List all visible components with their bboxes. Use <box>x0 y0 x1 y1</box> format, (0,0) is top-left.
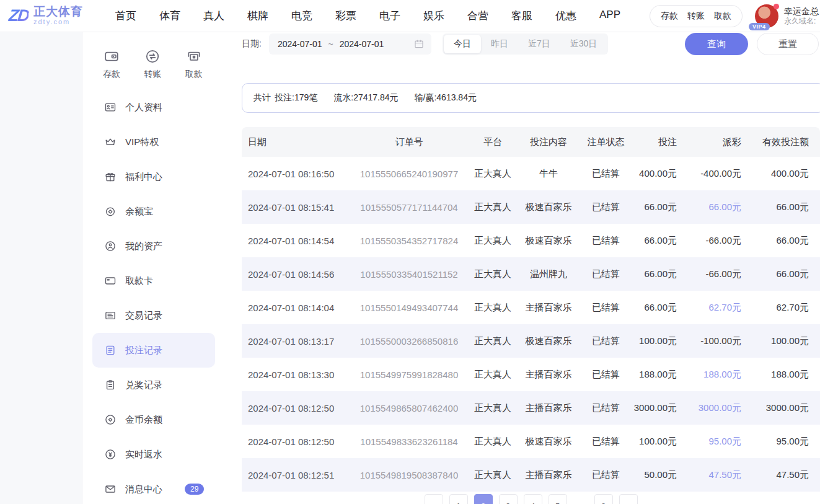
cell-valid: 400.00元 <box>741 168 809 180</box>
cell-content: 极速百家乐 <box>518 436 580 448</box>
sidebar-quick-actions: 存款转账取款 <box>82 32 223 80</box>
sidebar-item-2[interactable]: 福利中心 <box>82 159 223 194</box>
page-button-›[interactable]: › <box>619 494 638 504</box>
nav-item-0[interactable]: 首页 <box>115 9 136 23</box>
cell-status: 已结算 <box>580 168 632 180</box>
cell-order: 1015550577171144704 <box>350 202 468 213</box>
page-button-2[interactable]: 2 <box>474 494 493 504</box>
nav-item-11[interactable]: APP <box>599 9 620 23</box>
pagination-ellipsis: … <box>573 494 588 504</box>
sidebar-item-8[interactable]: 兑奖记录 <box>82 368 223 402</box>
cell-platform: 正大真人 <box>468 302 518 314</box>
date-from: 2024-07-01 <box>278 39 322 49</box>
nav-item-9[interactable]: 客服 <box>511 9 532 23</box>
header-wallet-action-2[interactable]: 取款 <box>714 11 731 22</box>
nav-item-2[interactable]: 真人 <box>203 9 224 23</box>
logo-domain: zdty.com <box>33 18 83 26</box>
cell-bet: 3000.00元 <box>632 402 677 414</box>
cell-bet: 100.00元 <box>632 436 677 448</box>
date-tilde: ~ <box>328 39 333 49</box>
avatar[interactable]: VIP4 <box>755 4 778 28</box>
sidebar-item-10[interactable]: 实时返水 <box>82 437 223 472</box>
cell-status: 已结算 <box>580 469 632 481</box>
table-row: 2024-07-01 08:14:561015550335401521152正大… <box>242 257 820 291</box>
query-button[interactable]: 查询 <box>685 33 748 55</box>
sidebar-item-11[interactable]: 消息中心29 <box>82 472 223 504</box>
bets-icon <box>104 344 117 356</box>
header-wallet-action-1[interactable]: 转账 <box>687 11 705 22</box>
cell-order: 1015550665240190977 <box>350 169 468 179</box>
wallet-actions: 存款转账取款 <box>650 5 743 27</box>
cell-payout: 95.00元 <box>677 436 741 448</box>
quick-action-label: 转账 <box>144 69 161 80</box>
cell-order: 1015549865807462400 <box>350 403 468 413</box>
page-button-8[interactable]: 8 <box>594 494 613 504</box>
nav-item-5[interactable]: 彩票 <box>335 9 356 23</box>
nav-item-3[interactable]: 棋牌 <box>247 9 268 23</box>
sidebar: 存款转账取款 个人资料VIP特权福利中心余额宝我的资产取款卡交易记录投注记录兑奖… <box>82 32 223 504</box>
main-nav: 首页体育真人棋牌电竞彩票电子娱乐合营客服优惠APP <box>115 9 620 23</box>
sidebar-item-label: 我的资产 <box>125 241 162 252</box>
page-button-4[interactable]: 4 <box>524 494 542 504</box>
header-wallet-action-0[interactable]: 存款 <box>661 11 678 22</box>
page-button-3[interactable]: 3 <box>499 494 518 504</box>
quick-action-2[interactable]: 取款 <box>185 48 203 80</box>
cell-bet: 66.00元 <box>632 235 677 247</box>
cell-bet: 66.00元 <box>632 302 677 314</box>
reset-button[interactable]: 重置 <box>757 33 819 55</box>
sidebar-item-label: 金币余额 <box>125 414 162 426</box>
range-option-2[interactable]: 近7日 <box>518 35 560 53</box>
cell-content: 极速百家乐 <box>518 201 580 213</box>
sidebar-item-7[interactable]: 投注记录 <box>92 333 215 368</box>
idcard-icon <box>104 101 117 113</box>
nav-item-6[interactable]: 电子 <box>379 9 400 23</box>
quick-action-1[interactable]: 转账 <box>144 48 161 80</box>
column-header-0: 日期 <box>248 136 350 148</box>
calendar-icon <box>413 38 425 50</box>
range-option-1[interactable]: 昨日 <box>481 35 518 53</box>
sidebar-item-4[interactable]: 我的资产 <box>82 229 223 263</box>
sidebar-item-1[interactable]: VIP特权 <box>82 125 223 159</box>
logo[interactable]: ZD 正大体育 zdty.com <box>9 6 83 26</box>
sidebar-item-3[interactable]: 余额宝 <box>82 194 223 229</box>
nav-item-7[interactable]: 娱乐 <box>423 9 444 23</box>
pagination: ‹12345…8› <box>242 494 820 504</box>
sidebar-item-label: 消息中心 <box>125 484 162 495</box>
page-button-‹[interactable]: ‹ <box>425 494 443 504</box>
cell-platform: 正大真人 <box>468 268 518 280</box>
quick-range-group: 今日昨日近7日近30日 <box>443 33 608 55</box>
user-chip[interactable]: VIP4 幸运金总 永久域名: <box>755 4 820 28</box>
cell-content: 主播百家乐 <box>518 469 580 481</box>
sidebar-item-9[interactable]: 金币余额 <box>82 402 223 437</box>
cell-status: 已结算 <box>580 268 632 280</box>
nav-item-10[interactable]: 优惠 <box>555 9 576 23</box>
cell-platform: 正大真人 <box>468 469 518 481</box>
page-button-1[interactable]: 1 <box>449 494 468 504</box>
summary-prefix: 共计 <box>253 92 271 104</box>
cell-content: 极速百家乐 <box>518 235 580 247</box>
nav-item-1[interactable]: 体育 <box>159 9 180 23</box>
cell-status: 已结算 <box>580 235 632 247</box>
nav-item-8[interactable]: 合营 <box>467 9 488 23</box>
username: 幸运金总 <box>784 6 819 16</box>
cell-order: 1015550335401521152 <box>350 269 468 280</box>
cell-order: 1015549833623261184 <box>350 436 468 447</box>
cell-payout: 188.00元 <box>677 369 741 381</box>
sidebar-item-label: 余额宝 <box>125 206 153 218</box>
cell-valid: 188.00元 <box>741 369 809 381</box>
sidebar-item-6[interactable]: 交易记录 <box>82 298 223 333</box>
permanent-domain-label: 永久域名: <box>784 16 819 26</box>
range-option-3[interactable]: 近30日 <box>560 35 607 53</box>
sidebar-item-label: 个人资料 <box>125 102 162 113</box>
summary-winloss: 输/赢:4613.84元 <box>415 92 477 104</box>
page-button-5[interactable]: 5 <box>549 494 567 504</box>
date-range-input[interactable]: 2024-07-01 ~ 2024-07-01 <box>269 33 431 55</box>
quick-action-0[interactable]: 存款 <box>103 48 120 80</box>
sidebar-item-0[interactable]: 个人资料 <box>82 90 223 125</box>
range-option-0[interactable]: 今日 <box>444 35 481 53</box>
nav-item-4[interactable]: 电竞 <box>291 9 312 23</box>
sidebar-item-5[interactable]: 取款卡 <box>82 263 223 298</box>
cell-status: 已结算 <box>580 369 632 381</box>
cell-platform: 正大真人 <box>468 168 518 180</box>
cell-bet: 188.00元 <box>632 369 677 381</box>
